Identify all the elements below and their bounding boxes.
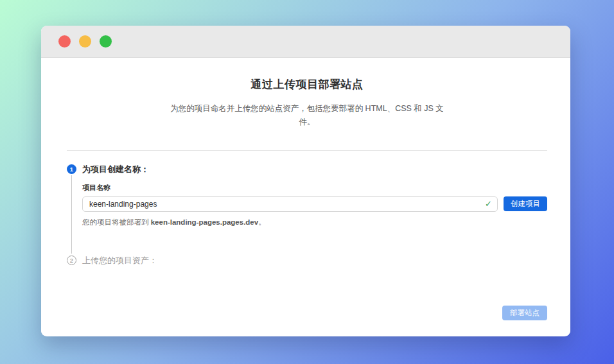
project-name-input[interactable] xyxy=(82,196,498,212)
close-window-button[interactable] xyxy=(58,35,71,48)
step-2-header: 2 上传您的项目资产： xyxy=(67,255,547,266)
step-connector-line xyxy=(71,175,72,254)
step-1-header: 1 为项目创建名称： xyxy=(67,164,547,175)
project-name-input-wrap: ✓ xyxy=(82,196,498,212)
deploy-target-helper: 您的项目将被部署到 keen-landing-pages.pages.dev。 xyxy=(82,218,547,227)
step-2-label: 上传您的项目资产： xyxy=(82,255,157,266)
page-subtitle: 为您的项目命名并上传您的站点资产，包括您要部署的 HTML、CSS 和 JS 文… xyxy=(162,102,452,130)
maximize-window-button[interactable] xyxy=(100,35,112,48)
page-content: 通过上传项目部署站点 为您的项目命名并上传您的站点资产，包括您要部署的 HTML… xyxy=(41,58,570,336)
deploy-domain: keen-landing-pages.pages.dev xyxy=(151,218,258,226)
page-title: 通过上传项目部署站点 xyxy=(67,77,547,92)
minimize-window-button[interactable] xyxy=(79,35,91,48)
deploy-site-button[interactable]: 部署站点 xyxy=(502,306,547,320)
page-header: 通过上传项目部署站点 为您的项目命名并上传您的站点资产，包括您要部署的 HTML… xyxy=(67,58,547,130)
step-create-project: 1 为项目创建名称： 项目名称 ✓ 创建项目 您的项目将被部署到 keen-la… xyxy=(67,164,547,227)
browser-window: 通过上传项目部署站点 为您的项目命名并上传您的站点资产，包括您要部署的 HTML… xyxy=(41,26,570,336)
step-2-number-badge: 2 xyxy=(67,256,76,265)
section-divider xyxy=(67,150,547,151)
project-name-label: 项目名称 xyxy=(82,183,547,193)
steps-section: 1 为项目创建名称： 项目名称 ✓ 创建项目 您的项目将被部署到 keen-la… xyxy=(67,164,547,266)
step-1-number-badge: 1 xyxy=(67,164,76,174)
window-titlebar xyxy=(41,26,570,58)
create-project-button[interactable]: 创建项目 xyxy=(504,196,547,211)
step-upload-assets: 2 上传您的项目资产： xyxy=(67,255,547,266)
step-1-body: 项目名称 ✓ 创建项目 您的项目将被部署到 keen-landing-pages… xyxy=(82,183,547,227)
helper-suffix: 。 xyxy=(258,218,266,226)
helper-prefix: 您的项目将被部署到 xyxy=(82,218,151,226)
step-1-label: 为项目创建名称： xyxy=(82,164,149,175)
project-name-row: ✓ 创建项目 xyxy=(82,196,547,212)
